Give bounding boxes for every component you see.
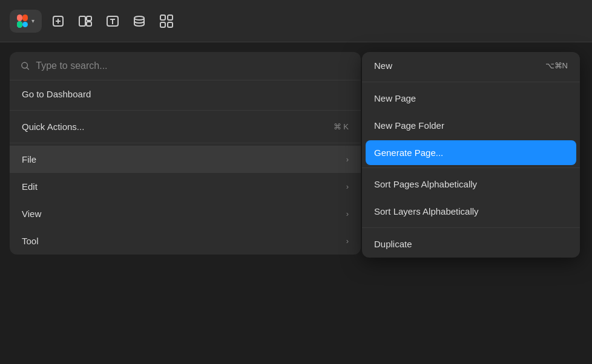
layout-icon — [78, 15, 93, 28]
text-icon — [106, 15, 119, 28]
submenu-item-new-page[interactable]: New Page — [362, 85, 580, 112]
edit-chevron-icon: › — [346, 182, 349, 191]
submenu-item-sort-layers[interactable]: Sort Layers Alphabetically — [362, 198, 580, 225]
svg-point-3 — [22, 22, 28, 27]
svg-rect-1 — [22, 15, 28, 21]
submenu-item-new[interactable]: New ⌥⌘N — [362, 52, 580, 79]
svg-rect-16 — [168, 15, 173, 20]
menu-item-go-to-dashboard[interactable]: Go to Dashboard — [10, 80, 361, 108]
layout-button[interactable] — [74, 11, 96, 31]
menu-item-view[interactable]: View › — [10, 200, 361, 227]
submenu-item-duplicate[interactable]: Duplicate — [362, 230, 580, 258]
svg-rect-10 — [87, 22, 91, 26]
view-chevron-icon: › — [346, 209, 349, 218]
file-chevron-icon: › — [346, 155, 349, 164]
main-content: Go to Dashboard Quick Actions... ⌘ K Fil… — [0, 42, 592, 364]
toolbar: ▾ — [0, 0, 592, 42]
database-icon — [133, 15, 146, 28]
components-icon — [159, 14, 174, 28]
submenu-divider-1 — [362, 82, 580, 82]
submenu-divider-3 — [362, 227, 580, 228]
menu-item-tool[interactable]: Tool › — [10, 227, 361, 255]
command-palette: Go to Dashboard Quick Actions... ⌘ K Fil… — [10, 52, 361, 255]
submenu-item-sort-pages[interactable]: Sort Pages Alphabetically — [362, 171, 580, 198]
data-button[interactable] — [129, 11, 150, 31]
submenu-divider-2 — [362, 167, 580, 168]
svg-rect-9 — [87, 16, 91, 21]
search-input[interactable] — [36, 60, 350, 71]
divider-1 — [10, 110, 361, 111]
add-button[interactable] — [48, 11, 68, 31]
search-icon — [21, 61, 30, 71]
logo-chevron: ▾ — [31, 18, 35, 24]
submenu-panel: New ⌥⌘N New Page New Page Folder Generat… — [362, 52, 580, 258]
tool-chevron-icon: › — [346, 236, 349, 245]
menu-item-file[interactable]: File › — [10, 146, 361, 173]
svg-rect-15 — [160, 15, 165, 20]
figma-logo-icon — [17, 15, 28, 28]
submenu-item-new-page-folder[interactable]: New Page Folder — [362, 112, 580, 139]
divider-2 — [10, 143, 361, 143]
components-button[interactable] — [156, 10, 177, 32]
svg-rect-0 — [17, 15, 22, 21]
svg-line-20 — [27, 67, 28, 69]
logo-button[interactable]: ▾ — [10, 10, 42, 33]
text-button[interactable] — [102, 11, 123, 31]
svg-rect-8 — [79, 16, 85, 26]
menu-item-edit[interactable]: Edit › — [10, 173, 361, 200]
svg-point-14 — [134, 16, 144, 20]
svg-rect-4 — [17, 21, 22, 28]
add-icon — [51, 15, 65, 28]
svg-rect-17 — [160, 22, 165, 27]
menu-item-quick-actions[interactable]: Quick Actions... ⌘ K — [10, 113, 361, 140]
submenu-item-generate-page[interactable]: Generate Page... — [366, 140, 576, 165]
svg-rect-18 — [168, 22, 173, 27]
search-container — [10, 52, 361, 80]
